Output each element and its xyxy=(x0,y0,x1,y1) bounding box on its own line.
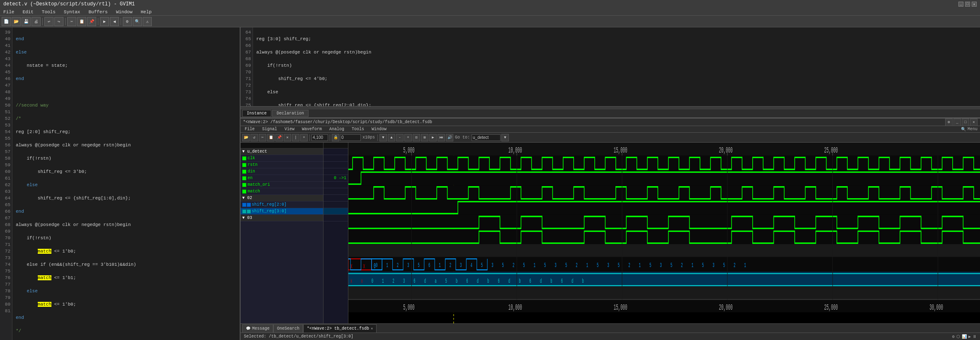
tab-message[interactable]: 💬 Message xyxy=(242,324,273,333)
svg-text:5: 5 xyxy=(544,262,546,269)
source-code-area[interactable]: reg [3:0] shift_reg; always @(posedge cl… xyxy=(253,27,980,106)
menu-file[interactable]: File xyxy=(2,9,16,15)
wf-maximize-btn[interactable]: □ xyxy=(962,119,969,126)
waveform-window-controls[interactable]: ⚙ _ □ ✕ xyxy=(945,119,978,126)
maximize-btn[interactable]: □ xyxy=(965,2,970,7)
toolbar-misc1[interactable]: ⚙ xyxy=(123,17,132,26)
status-right-icons: ⚙ ⬡ 📊 ▶ ⏸ xyxy=(952,334,977,339)
toolbar-new[interactable]: 📄 xyxy=(2,17,11,26)
zoom-input[interactable] xyxy=(311,134,328,141)
editor-content[interactable]: 3940414243 4445464748 4950515253 5455565… xyxy=(0,27,240,340)
wf-menu-view[interactable]: View xyxy=(283,126,296,132)
svg-text:2: 2 xyxy=(513,262,514,269)
toolbar-copy[interactable]: 📋 xyxy=(77,17,86,26)
wf-tb-marker[interactable]: | xyxy=(292,134,299,141)
wf-tb-copy[interactable]: 📋 xyxy=(267,134,275,141)
wf-zoom-minus[interactable]: - xyxy=(396,134,404,141)
menu-syntax[interactable]: Syntax xyxy=(62,9,82,15)
svg-text:2: 2 xyxy=(397,262,399,269)
menu-tools[interactable]: Tools xyxy=(40,9,57,15)
signal-din[interactable]: din xyxy=(241,168,323,175)
toolbar-cut[interactable]: ✂ xyxy=(67,17,76,26)
wf-tb-open[interactable]: 📂 xyxy=(242,134,250,141)
search-icon: 🔍 xyxy=(961,127,966,132)
signal-group-03[interactable]: ▼ 03 xyxy=(241,215,323,221)
signal-shift-reg-30[interactable]: shift_reg[3:0] xyxy=(241,208,323,215)
menu-buffers[interactable]: Buffers xyxy=(87,9,109,15)
status-icon5: ⏸ xyxy=(973,334,977,339)
svg-text:5: 5 xyxy=(649,262,651,269)
wf-cursor-lock[interactable]: 🔒 xyxy=(332,134,339,141)
toolbar-run[interactable]: ▶ xyxy=(100,17,109,26)
signal-rstn[interactable]: rstn xyxy=(241,162,323,168)
wf-tb-reload[interactable]: ↺ xyxy=(250,134,258,141)
signal-group-02[interactable]: ▼ 02 xyxy=(241,195,323,202)
wf-menu-window[interactable]: Window xyxy=(370,126,388,132)
tab-instance[interactable]: Instance xyxy=(242,110,271,117)
signal-shift-reg-20[interactable]: shift_reg[2:0] xyxy=(241,202,323,208)
wf-tb-delete[interactable]: ✕ xyxy=(284,134,291,141)
close-btn[interactable]: ✕ xyxy=(972,2,977,7)
svg-text:6: 6 xyxy=(428,262,430,269)
goto-input[interactable] xyxy=(472,134,501,141)
svg-text:3: 3 xyxy=(460,262,462,269)
tab-declaration[interactable]: Declaration xyxy=(272,110,309,117)
signal-match-ori[interactable]: match_ori xyxy=(241,182,323,188)
wf-menu-tools[interactable]: Tools xyxy=(350,126,366,132)
menu-help[interactable]: Help xyxy=(139,9,153,15)
wf-speaker[interactable]: 🔊 xyxy=(446,134,453,141)
tab-close-icon[interactable]: ✕ xyxy=(371,326,373,331)
signal-ruler-spacer xyxy=(241,143,323,148)
wf-close-x-btn[interactable]: ✕ xyxy=(970,119,978,126)
wf-menu-analog[interactable]: Analog xyxy=(328,126,346,132)
toolbar-back[interactable]: ◀ xyxy=(110,17,119,26)
wf-close-btn[interactable]: ⚙ xyxy=(945,119,953,126)
wf-zoom-region[interactable]: ⊞ xyxy=(421,134,428,141)
cursor-input[interactable] xyxy=(340,134,361,141)
toolbar-undo[interactable]: ↩ xyxy=(44,17,53,26)
wf-zoom-fit[interactable]: ⊡ xyxy=(413,134,420,141)
wf-menu-file[interactable]: File xyxy=(243,126,256,132)
signal-match[interactable]: match xyxy=(241,188,323,195)
wf-zoom-plus[interactable]: + xyxy=(404,134,412,141)
waveform-menubar: File Signal View Waveform Analog Tools W… xyxy=(241,126,980,133)
wf-tb-cut[interactable]: ✂ xyxy=(259,134,266,141)
val-udetect xyxy=(323,148,348,155)
wf-goto-btn[interactable]: ▼ xyxy=(501,134,509,141)
tab-onesearch[interactable]: OneSearch xyxy=(273,324,303,333)
toolbar-save[interactable]: 💾 xyxy=(22,17,31,26)
waveform-canvas[interactable]: 5,000 10,000 15,000 20,000 25,000 xyxy=(348,143,980,323)
wf-play[interactable]: ▶ xyxy=(429,134,437,141)
minimize-btn[interactable]: _ xyxy=(958,2,963,7)
tab-fsdb[interactable]: *<nWave:2> tb_detect.fsdb ✕ xyxy=(303,324,377,333)
wf-menu-waveform[interactable]: Waveform xyxy=(300,126,323,132)
val-match xyxy=(323,188,348,195)
wf-minimize-btn[interactable]: _ xyxy=(953,119,961,126)
val-g03 xyxy=(323,215,348,221)
toolbar-misc2[interactable]: 🔍 xyxy=(133,17,142,26)
source-scrollbar[interactable] xyxy=(241,106,980,109)
wf-play-end[interactable]: ⏭ xyxy=(438,134,445,141)
signal-clk[interactable]: clk xyxy=(241,155,323,162)
svg-text:2: 2 xyxy=(628,262,630,269)
code-area[interactable]: end else nstate = state; end //second wa… xyxy=(12,27,240,340)
toolbar-open[interactable]: 📂 xyxy=(12,17,21,26)
signal-en[interactable]: en xyxy=(241,175,323,182)
toolbar-print[interactable]: 🖨 xyxy=(32,17,41,26)
wf-tb-add[interactable]: + xyxy=(300,134,308,141)
toolbar-redo[interactable]: ↪ xyxy=(54,17,63,26)
menu-window[interactable]: Window xyxy=(114,9,134,15)
wf-tb-paste[interactable]: 📌 xyxy=(275,134,283,141)
window-controls[interactable]: _ □ ✕ xyxy=(958,2,977,7)
menu-edit[interactable]: Edit xyxy=(21,9,35,15)
wf-zoom-down[interactable]: ▼ xyxy=(379,134,387,141)
toolbar-paste[interactable]: 📌 xyxy=(87,17,96,26)
svg-text:b: b xyxy=(582,277,584,285)
wf-menu-signal[interactable]: Signal xyxy=(260,126,279,132)
svg-text:4: 4 xyxy=(470,262,472,269)
toolbar-misc3[interactable]: ⚠ xyxy=(143,17,152,26)
signal-group-udetect[interactable]: ▼ u_detect xyxy=(241,148,323,155)
svg-text:3: 3 xyxy=(491,262,493,269)
wf-zoom-up[interactable]: ▲ xyxy=(388,134,395,141)
status-icon2: ⬡ xyxy=(956,334,960,339)
